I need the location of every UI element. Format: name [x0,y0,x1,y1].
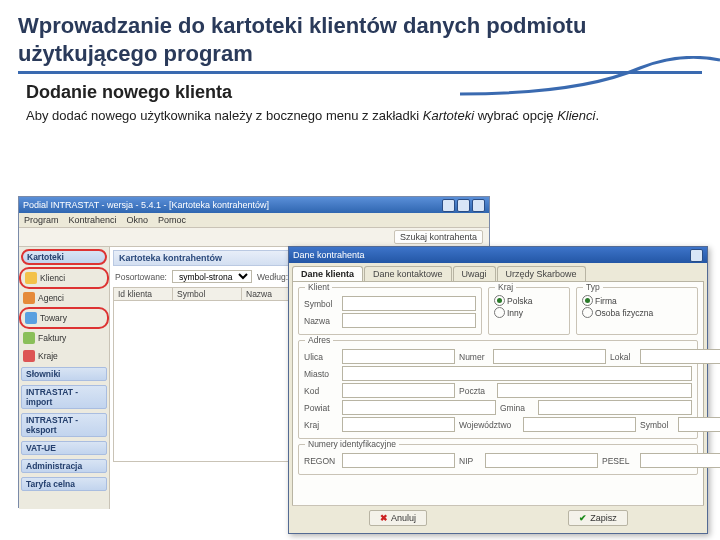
radio-osoba[interactable]: Osoba fizyczna [582,307,692,318]
radio-polska[interactable]: Polska [494,295,564,306]
dialog-close-icon[interactable] [690,249,703,262]
close-icon[interactable] [472,199,485,212]
sidebar-group-vatue[interactable]: VAT-UE [21,441,107,455]
pesel-field[interactable] [640,453,720,468]
sidebar-item-kraje[interactable]: Kraje [19,347,109,365]
fieldset-numery-id: Numery identyfikacyjne REGON NIP PESEL [298,444,698,475]
powiat-field[interactable] [342,400,496,415]
cancel-button[interactable]: ✖Anuluj [369,510,427,526]
agent-icon [23,292,35,304]
sidebar: Kartoteki Klienci Agenci Towary Faktury … [19,247,110,509]
minimize-icon[interactable] [442,199,455,212]
col-symbol[interactable]: Symbol [173,288,242,300]
dialog-title: Dane kontrahenta [293,250,365,260]
kraj-field[interactable] [342,417,455,432]
app-title: Podial INTRASTAT - wersja - 5.4.1 - [Kar… [23,200,269,210]
sidebar-item-towary[interactable]: Towary [19,307,109,329]
menu-item[interactable]: Okno [127,215,149,225]
adres-symbol-field[interactable] [678,417,720,432]
ulica-field[interactable] [342,349,455,364]
app-titlebar[interactable]: Podial INTRASTAT - wersja - 5.4.1 - [Kar… [19,197,489,213]
goods-icon [25,312,37,324]
fieldset-kraj: Kraj Polska Inny [488,287,570,335]
nip-field[interactable] [485,453,598,468]
decorative-curve [460,56,720,96]
check-icon: ✔ [579,513,587,523]
toolbar: Szukaj kontrahenta [19,228,489,247]
symbol-field[interactable] [342,296,476,311]
sidebar-item-agenci[interactable]: Agenci [19,289,109,307]
tab-body: Klient Symbol Nazwa Kraj Polska Inny Typ… [292,281,704,521]
numer-field[interactable] [493,349,606,364]
col-id[interactable]: Id klienta [114,288,173,300]
sidebar-group-taryfa[interactable]: Taryfa celna [21,477,107,491]
dialog-buttons: ✖Anuluj ✔Zapisz [292,505,704,530]
tab-urzedy[interactable]: Urzędy Skarbowe [497,266,586,281]
menu-item[interactable]: Program [24,215,59,225]
regon-field[interactable] [342,453,455,468]
sidebar-item-klienci[interactable]: Klienci [19,267,109,289]
country-icon [23,350,35,362]
sort-select[interactable]: symbol-strona [172,270,252,283]
sidebar-group-intrastat-import[interactable]: INTRASTAT - import [21,385,107,409]
sidebar-item-faktury[interactable]: Faktury [19,329,109,347]
tab-dane-kontaktowe[interactable]: Dane kontaktowe [364,266,452,281]
sidebar-group-kartoteki[interactable]: Kartoteki [21,249,107,265]
fieldset-typ: Typ Firma Osoba fizyczna [576,287,698,335]
sidebar-group-intrastat-eksport[interactable]: INTRASTAT - eksport [21,413,107,437]
radio-firma[interactable]: Firma [582,295,692,306]
lokal-field[interactable] [640,349,720,364]
nazwa-field[interactable] [342,313,476,328]
woj-field[interactable] [523,417,636,432]
menubar: Program Kontrahenci Okno Pomoc [19,213,489,228]
gmina-field[interactable] [538,400,692,415]
sidebar-group-administracja[interactable]: Administracja [21,459,107,473]
radio-inny[interactable]: Inny [494,307,564,318]
fieldset-klient: Klient Symbol Nazwa [298,287,482,335]
ok-button[interactable]: ✔Zapisz [568,510,628,526]
kod-field[interactable] [342,383,455,398]
dialog-dane-kontrahenta: Dane kontrahenta Dane klienta Dane konta… [288,246,708,534]
invoice-icon [23,332,35,344]
fieldset-adres: Adres Ulica Numer Lokal Miasto Kod Poczt… [298,340,698,439]
x-icon: ✖ [380,513,388,523]
client-icon [25,272,37,284]
sidebar-group-slowniki[interactable]: Słowniki [21,367,107,381]
toolbar-search-button[interactable]: Szukaj kontrahenta [394,230,483,244]
dialog-tabs: Dane klienta Dane kontaktowe Uwagi Urzęd… [289,263,707,281]
menu-item[interactable]: Pomoc [158,215,186,225]
menu-item[interactable]: Kontrahenci [69,215,117,225]
slide-description: Aby dodać nowego użytkownika należy z bo… [26,107,702,125]
dialog-titlebar[interactable]: Dane kontrahenta [289,247,707,263]
tab-dane-klienta[interactable]: Dane klienta [292,266,363,281]
poczta-field[interactable] [497,383,692,398]
maximize-icon[interactable] [457,199,470,212]
tab-uwagi[interactable]: Uwagi [453,266,496,281]
miasto-field[interactable] [342,366,692,381]
